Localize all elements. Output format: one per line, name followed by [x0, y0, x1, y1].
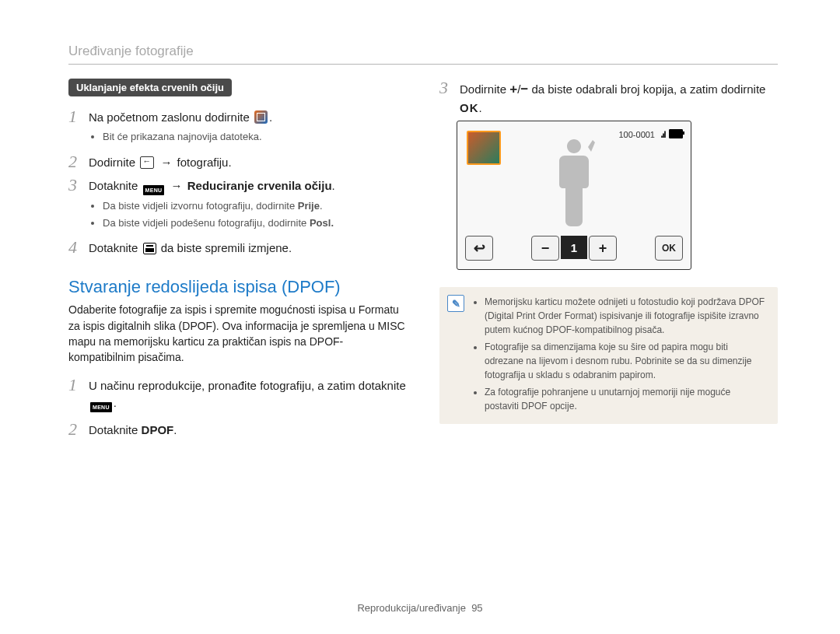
section-heading: Stvaranje redoslijeda ispisa (DPOF)	[68, 277, 407, 297]
copy-count: 1	[561, 236, 587, 259]
decrease-button[interactable]: −	[531, 236, 559, 261]
photo-thumbnail	[467, 131, 501, 165]
footer-label: Reprodukcija/uređivanje	[357, 602, 465, 614]
note-icon: ✎	[447, 295, 464, 312]
left-column: Uklanjanje efekta crvenih očiju 1 Na poč…	[68, 79, 407, 442]
menu-icon: MENU	[143, 185, 165, 195]
ok-button[interactable]: OK	[655, 236, 683, 261]
step-number: 1	[68, 107, 89, 126]
page-title: Uređivanje fotografije	[68, 44, 778, 65]
step-text: Dotaknite MENU → Reduciranje crvenila oč…	[89, 176, 335, 195]
page-number: 95	[471, 602, 482, 614]
arrow-icon: →	[171, 179, 183, 192]
person-silhouette-icon	[539, 135, 609, 229]
step-note: Bit će prikazana najnovija datoteka.	[103, 129, 407, 145]
signal-icon	[660, 130, 666, 138]
right-column: 3 Dodirnite +/− da biste odabrali broj k…	[439, 79, 778, 442]
step-text: Dotaknite DPOF.	[89, 420, 177, 439]
step-sublist: Bit će prikazana najnovija datoteka.	[103, 129, 407, 145]
emphasis: Reduciranje crvenila očiju	[187, 179, 332, 192]
step-sublist: Da biste vidjeli izvornu fotografiju, do…	[103, 198, 407, 230]
battery-icon	[669, 129, 683, 138]
step-number: 2	[68, 420, 89, 439]
info-note: ✎ Memorijsku karticu možete odnijeti u f…	[439, 287, 778, 424]
note-item: Memorijsku karticu možete odnijeti u fot…	[485, 295, 767, 337]
step-text: Dodirnite → fotografiju.	[89, 152, 232, 171]
step-number: 1	[68, 376, 89, 412]
step-number: 4	[68, 238, 89, 257]
step-text: Dotaknite da biste spremili izmjene.	[89, 238, 292, 257]
camera-screen: 100-0001 ↩ − 1 + OK	[457, 121, 691, 270]
step-text: Dodirnite +/− da biste odabrali broj kop…	[460, 79, 778, 116]
step-number: 2	[68, 152, 89, 171]
step-text: U načinu reprodukcije, pronađite fotogra…	[89, 376, 407, 412]
minus-icon: −	[520, 82, 528, 96]
note-item: Fotografije sa dimenzijama koje su šire …	[485, 340, 767, 382]
open-photo-icon	[140, 156, 154, 169]
arrow-icon: →	[160, 156, 172, 169]
step-number: 3	[439, 79, 460, 116]
step-note: Da biste vidjeli podešenu fotografiju, d…	[103, 215, 407, 231]
back-button[interactable]: ↩	[465, 236, 493, 261]
increase-button[interactable]: +	[589, 236, 617, 261]
plus-icon: +	[509, 82, 517, 96]
ok-label: OK	[460, 101, 479, 114]
menu-icon: MENU	[90, 402, 112, 412]
step-text: Na početnom zaslonu dodirnite .	[89, 107, 272, 126]
page-footer: Reprodukcija/uređivanje 95	[0, 602, 840, 614]
gallery-app-icon	[254, 110, 268, 124]
step-number: 3	[68, 176, 89, 195]
note-item: Za fotografije pohranjene u unutarnjoj m…	[485, 385, 767, 413]
section-tag: Uklanjanje efekta crvenih očiju	[68, 79, 232, 96]
section-description: Odaberite fotografije za ispis i spremit…	[68, 302, 407, 365]
photo-counter: 100-0001	[619, 130, 656, 139]
step-note: Da biste vidjeli izvornu fotografiju, do…	[103, 198, 407, 214]
save-icon	[143, 243, 156, 254]
